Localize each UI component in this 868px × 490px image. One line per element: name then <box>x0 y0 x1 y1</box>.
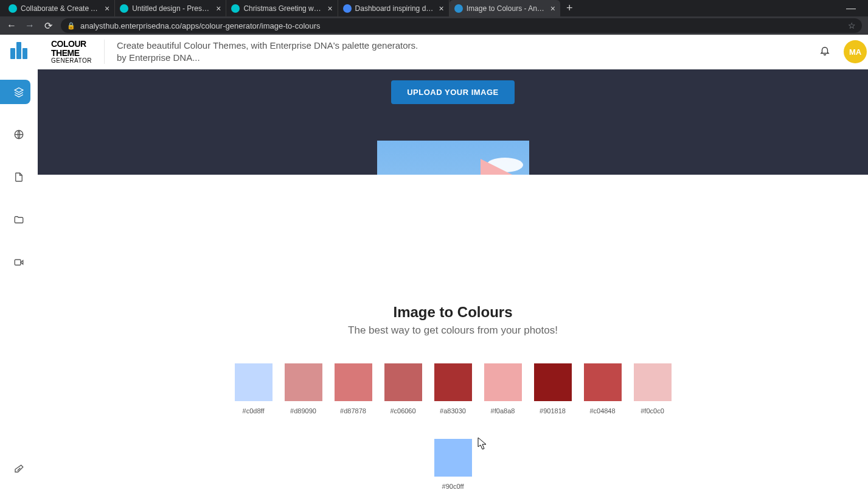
tab-close-button[interactable]: × <box>105 4 109 13</box>
layers-icon <box>13 86 24 97</box>
brand-line-3: GENERATOR <box>51 58 92 65</box>
color-swatch-label: #90c0ff <box>442 483 464 490</box>
app-logo[interactable] <box>10 42 27 59</box>
new-tab-button[interactable]: + <box>560 2 579 15</box>
color-swatch[interactable] <box>235 363 273 401</box>
color-swatch-item: #c04848 <box>584 363 622 415</box>
color-swatch-label: #f0a8a8 <box>491 407 515 415</box>
avatar[interactable]: MA <box>844 40 867 63</box>
globe-icon <box>13 129 24 140</box>
color-palette: #c0d8ff#d89090#d87878#c06060#a83030#f0a8… <box>204 363 703 490</box>
tagline: Create beautiful Colour Themes, with Ent… <box>117 40 418 65</box>
vertical-divider <box>104 40 105 64</box>
tab-favicon <box>120 4 128 13</box>
browser-tab[interactable]: Christmas Greeting with Man hol× <box>226 0 338 16</box>
bookmark-star-icon[interactable]: ☆ <box>848 21 856 30</box>
address-bar[interactable]: 🔒 analysthub.enterprisedna.co/apps/colou… <box>61 18 862 33</box>
color-swatch[interactable] <box>584 363 622 401</box>
window-controls: — <box>846 3 864 14</box>
color-swatch-item: #c0d8ff <box>235 363 273 415</box>
left-sidebar <box>0 35 38 490</box>
svg-rect-1 <box>15 260 21 265</box>
tab-title: Christmas Greeting with Man hol <box>243 4 322 13</box>
back-button[interactable]: ← <box>6 20 17 31</box>
tagline-line-1: Create beautiful Colour Themes, with Ent… <box>117 40 418 52</box>
results-section: Image to Colours The best way to get col… <box>38 175 868 490</box>
color-swatch-label: #d87878 <box>340 407 366 415</box>
sidebar-item-layers[interactable] <box>0 80 30 104</box>
color-swatch-label: #901818 <box>540 407 566 415</box>
page-subtitle: The best way to get colours from your ph… <box>348 324 558 337</box>
url-text: analysthub.enterprisedna.co/apps/colour-… <box>80 21 321 30</box>
tab-title: Untitled design - Presentation (1 <box>132 4 211 13</box>
tab-close-button[interactable]: × <box>327 4 332 13</box>
color-swatch[interactable] <box>434 363 472 401</box>
upload-image-button[interactable]: UPLOAD YOUR IMAGE <box>391 80 515 104</box>
tab-close-button[interactable]: × <box>216 4 221 13</box>
tab-title: Collaborate & Create Amazing G <box>21 4 100 13</box>
tab-title: Dashboard inspiring designs - G <box>355 4 434 13</box>
color-swatch-item: #90c0ff <box>434 439 472 490</box>
color-swatch-item: #f0c0c0 <box>634 363 672 415</box>
browser-tab[interactable]: Dashboard inspiring designs - G× <box>338 0 450 16</box>
forward-button[interactable]: → <box>24 20 35 31</box>
color-swatch-label: #a83030 <box>440 407 466 415</box>
notifications-button[interactable] <box>819 45 830 58</box>
color-swatch-item: #f0a8a8 <box>484 363 522 415</box>
browser-tab-strip: Collaborate & Create Amazing G×Untitled … <box>0 0 868 16</box>
color-swatch[interactable] <box>285 363 322 401</box>
brand-wordmark: COLOUR THEME GENERATOR <box>51 40 92 64</box>
app-topbar: COLOUR THEME GENERATOR Create beautiful … <box>38 35 868 69</box>
document-icon <box>13 172 24 183</box>
color-swatch-item: #d89090 <box>285 363 322 415</box>
tagline-line-2: by Enterprise DNA... <box>117 52 418 64</box>
tab-favicon <box>9 4 17 13</box>
tab-close-button[interactable]: × <box>550 4 555 13</box>
minimize-button[interactable]: — <box>846 3 856 14</box>
reload-button[interactable]: ⟳ <box>43 20 54 32</box>
tab-title: Image to Colours - Analyst Hub <box>467 4 546 13</box>
avatar-initials: MA <box>849 47 861 57</box>
color-swatch[interactable] <box>484 363 522 401</box>
color-swatch-item: #d87878 <box>335 363 372 415</box>
brand-line-2: THEME <box>51 49 92 58</box>
tab-close-button[interactable]: × <box>439 4 444 13</box>
brand-line-1: COLOUR <box>51 40 92 49</box>
main-content: COLOUR THEME GENERATOR Create beautiful … <box>38 35 868 490</box>
browser-tab[interactable]: Image to Colours - Analyst Hub× <box>450 0 560 16</box>
browser-toolbar: ← → ⟳ 🔒 analysthub.enterprisedna.co/apps… <box>0 16 868 35</box>
tab-favicon <box>454 4 463 13</box>
eraser-icon <box>13 464 24 475</box>
color-swatch[interactable] <box>335 363 372 401</box>
tab-favicon <box>343 4 352 13</box>
browser-tab[interactable]: Collaborate & Create Amazing G× <box>4 0 115 16</box>
color-swatch-label: #c0d8ff <box>243 407 265 415</box>
color-swatch-item: #c06060 <box>384 363 422 415</box>
video-icon <box>13 257 24 268</box>
bell-icon <box>819 45 830 56</box>
color-swatch-label: #c04848 <box>589 407 615 415</box>
sidebar-item-document[interactable] <box>7 165 31 189</box>
browser-tab[interactable]: Untitled design - Presentation (1× <box>115 0 226 16</box>
lock-icon: 🔒 <box>67 22 75 30</box>
color-swatch[interactable] <box>434 439 472 477</box>
color-swatch-label: #c06060 <box>390 407 415 415</box>
color-swatch[interactable] <box>534 363 572 401</box>
color-swatch[interactable] <box>384 363 422 401</box>
color-swatch-item: #a83030 <box>434 363 472 415</box>
color-swatch[interactable] <box>634 363 672 401</box>
color-swatch-label: #f0c0c0 <box>641 407 664 415</box>
folder-icon <box>13 214 24 225</box>
sidebar-item-video[interactable] <box>7 250 31 275</box>
sidebar-item-folder[interactable] <box>7 208 31 232</box>
color-swatch-label: #d89090 <box>290 407 316 415</box>
sidebar-item-eraser[interactable] <box>7 457 31 481</box>
page-title: Image to Colours <box>393 304 512 321</box>
sidebar-item-globe[interactable] <box>7 122 31 147</box>
hero-section: UPLOAD YOUR IMAGE <box>38 69 868 175</box>
color-swatch-item: #901818 <box>534 363 572 415</box>
tab-favicon <box>231 4 240 13</box>
